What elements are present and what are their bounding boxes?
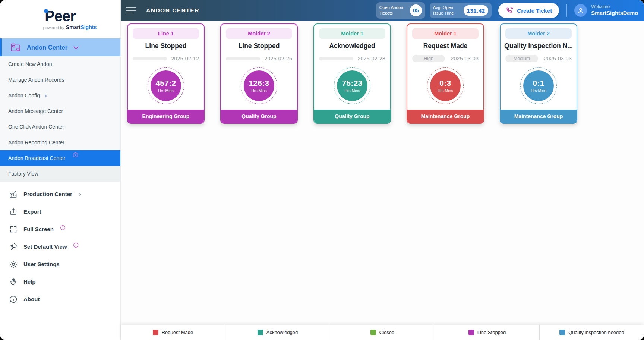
legend-item: Acknowledged — [225, 325, 330, 340]
andon-card[interactable]: Line 1 Line Stopped 2025-02-12 457:2 Hrs… — [127, 23, 205, 124]
elapsed-time-disc: 126:3 Hrs:Mins — [244, 70, 274, 101]
group-footer: Maintenance Group — [407, 110, 483, 123]
elapsed-time-ring: 126:3 Hrs:Mins — [241, 67, 277, 104]
elapsed-time-ring: 457:2 Hrs:Mins — [148, 67, 184, 104]
card-meta-row: 2025-02-28 — [314, 54, 390, 63]
legend-item: Line Stopped — [435, 325, 539, 340]
elapsed-time-disc: 0:1 Hrs:Mins — [523, 70, 554, 101]
page-title: ANDON CENTER — [146, 7, 199, 14]
chevron-right-icon — [78, 192, 82, 197]
sidebar-menu-item-user-settings[interactable]: User Settings — [0, 255, 120, 273]
legend-color-swatch — [370, 330, 376, 335]
machine-badge: Line 1 — [133, 28, 199, 39]
create-ticket-button[interactable]: Create Ticket — [498, 3, 559, 18]
andon-status-title: Quality Inspection N... — [501, 42, 577, 50]
andon-card[interactable]: Molder 1 Acknowledged 2025-02-28 75:23 H… — [313, 23, 391, 124]
info-icon — [60, 225, 66, 230]
andon-status-title: Acknowledged — [314, 42, 390, 50]
legend-color-swatch — [258, 330, 263, 335]
sidebar-menu-item-set-default-view[interactable]: Set Default View — [0, 238, 120, 255]
sidebar-menu-item-help[interactable]: Help — [0, 273, 120, 290]
sidebar-subitem-andon-broadcast-center[interactable]: Andon Broadcast Center — [0, 150, 120, 166]
avg-open-time-chip: Avg. Open Issue Time 131:42 — [430, 3, 492, 18]
elapsed-time-unit: Hrs:Mins — [158, 88, 173, 93]
sidebar-menu-item-label: Production Center — [23, 191, 72, 197]
legend-item: Closed — [330, 325, 435, 340]
machine-badge: Molder 2 — [505, 28, 572, 39]
pin-icon — [9, 242, 18, 251]
elapsed-time-ring: 0:1 Hrs:Mins — [520, 67, 557, 104]
sidebar-subitem-andon-message-center[interactable]: Andon Message Center — [0, 103, 120, 119]
group-footer: Engineering Group — [128, 110, 204, 123]
andon-card[interactable]: Molder 2 Line Stopped 2025-02-26 126:3 H… — [220, 23, 298, 124]
person-icon — [577, 7, 584, 14]
legend-color-swatch — [468, 330, 474, 335]
elapsed-time-ring: 0:3 Hrs:Mins — [427, 67, 464, 104]
card-meta-row: High 2025-03-03 — [407, 54, 483, 63]
sidebar-section-andon-center[interactable]: Andon Center — [0, 38, 120, 56]
priority-badge — [226, 57, 260, 60]
legend-label: Request Made — [162, 330, 193, 335]
avatar — [574, 4, 587, 17]
andon-status-title: Line Stopped — [128, 42, 204, 50]
legend-item: Request Made — [121, 325, 225, 340]
sidebar-subitem-label: Factory View — [8, 171, 38, 177]
group-footer: Maintenance Group — [501, 110, 577, 123]
chevron-down-icon — [73, 46, 79, 50]
sidebar-subitem-factory-view[interactable]: Factory View — [0, 166, 120, 182]
info-icon — [73, 152, 78, 158]
sidebar-section-label: Andon Center — [27, 44, 67, 51]
fullscreen-icon — [9, 225, 18, 234]
legend-color-swatch — [153, 330, 158, 335]
andon-status-title: Request Made — [407, 42, 483, 50]
priority-badge: High — [412, 55, 445, 62]
sidebar-subitem-manage-andon-records[interactable]: Manage Andon Records — [0, 72, 120, 88]
sidebar-subitem-label: Manage Andon Records — [8, 77, 64, 83]
sidebar-subitem-one-click-andon-center[interactable]: One Click Andon Center — [0, 119, 120, 135]
machine-badge: Molder 2 — [226, 28, 292, 39]
sidebar-subitem-andon-config[interactable]: Andon Config — [0, 88, 120, 103]
sidebar-subitem-andon-reporting-center[interactable]: Andon Reporting Center — [0, 135, 120, 150]
machine-badge: Molder 1 — [412, 28, 479, 39]
machine-badge: Molder 1 — [319, 28, 385, 39]
andon-card[interactable]: Molder 1 Request Made High 2025-03-03 0:… — [407, 23, 484, 124]
andon-date: 2025-03-03 — [451, 56, 479, 62]
sidebar-subitem-create-new-andon[interactable]: Create New Andon — [0, 56, 120, 72]
brand-tagline: powered by Smart Sights — [43, 24, 97, 30]
export-icon — [9, 207, 18, 216]
elapsed-time-ring: 75:23 Hrs:Mins — [334, 67, 370, 104]
sidebar-subitem-label: Andon Config — [8, 92, 40, 98]
sidebar-menu-item-about[interactable]: About — [0, 290, 120, 308]
sidebar-menu-item-label: Help — [23, 278, 36, 285]
brand-name: Peer — [45, 9, 76, 23]
legend-label: Quality inspection needed — [568, 330, 624, 335]
andon-date: 2025-02-12 — [171, 56, 199, 62]
info-icon — [73, 242, 79, 248]
andon-cards-area: Line 1 Line Stopped 2025-02-12 457:2 Hrs… — [121, 21, 644, 325]
andon-card[interactable]: Molder 2 Quality Inspection N... Medium … — [500, 23, 577, 124]
sidebar-subitem-label: Andon Broadcast Center — [8, 155, 65, 161]
andon-date: 2025-03-03 — [544, 56, 572, 62]
app-window: Peer powered by Smart Sights Andon Cente… — [0, 0, 644, 340]
sidebar-menu-item-export[interactable]: Export — [0, 203, 120, 220]
legend-color-swatch — [559, 330, 565, 335]
sidebar-menu-item-full-screen[interactable]: Full Screen — [0, 220, 120, 238]
elapsed-time-value: 75:23 — [342, 79, 362, 88]
hand-icon — [9, 277, 18, 286]
status-legend: Request Made Acknowledged Closed Line St… — [121, 325, 644, 340]
sidebar-menu-item-label: User Settings — [23, 261, 60, 267]
card-meta-row: 2025-02-12 — [128, 54, 204, 63]
elapsed-time-value: 0:3 — [439, 79, 451, 88]
header-divider — [566, 4, 567, 17]
user-menu[interactable]: Welcome SmartSightsDemo — [574, 4, 638, 17]
card-meta-row: Medium 2025-03-03 — [501, 54, 577, 63]
sidebar-subitem-label: One Click Andon Center — [8, 124, 64, 130]
legend-item: Quality inspection needed — [539, 325, 644, 340]
main-area: ANDON CENTER Open Andon Tickets 05 Avg. … — [121, 0, 644, 340]
elapsed-time-unit: Hrs:Mins — [438, 88, 453, 93]
andon-status-title: Line Stopped — [221, 42, 297, 50]
sidebar-menu-item-production-center[interactable]: Production Center — [0, 185, 120, 203]
sidebar-menu-item-label: Full Screen — [23, 226, 54, 232]
top-header: ANDON CENTER Open Andon Tickets 05 Avg. … — [121, 0, 644, 21]
hamburger-menu-icon[interactable] — [125, 5, 138, 16]
